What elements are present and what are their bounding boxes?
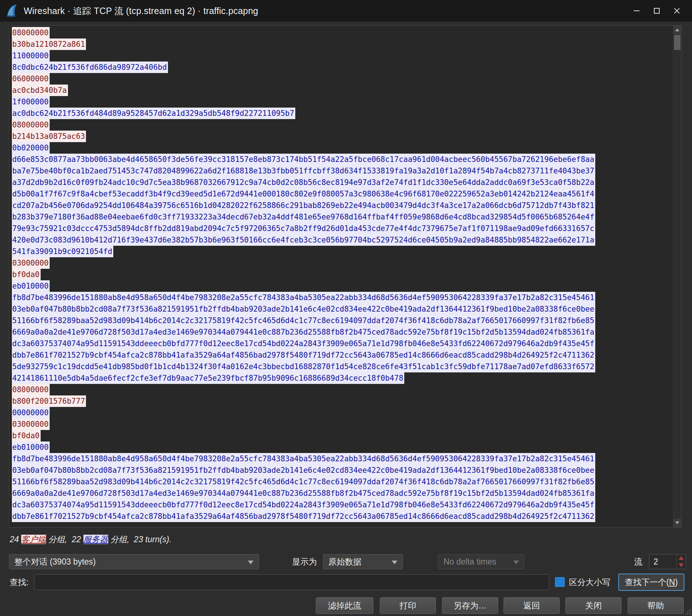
stream-line-server: d5b00a1f7f67c9f8a4cbef53ecaddf3b4f9cd39e… <box>12 188 672 200</box>
chevron-down-icon <box>248 561 254 564</box>
spinner-up-icon[interactable] <box>677 554 686 562</box>
stream-line-client: bf0da0 <box>12 430 672 441</box>
stream-line-server: dbb7e861f7021527b9cbf454afca2c878bb41afa… <box>12 349 672 361</box>
stream-label: 流 <box>634 554 642 569</box>
stream-line-server: b283b379e7180f36ad88e04eebae6fd0c3ff7193… <box>12 211 672 223</box>
stream-line-client: 06000000 <box>12 73 672 85</box>
delta-times-value: No delta times <box>443 557 496 566</box>
stream-line-server: 51166bf6f58289baa52d983d09b414b6c2014c2c… <box>12 315 672 326</box>
scrollbar-up-arrow-icon[interactable] <box>673 26 681 34</box>
stream-number-value: 2 <box>654 554 658 569</box>
stream-line-client: 08000000 <box>12 384 672 395</box>
status-segment-plain: 22 <box>72 535 83 544</box>
filter-out-stream-button[interactable]: 滤掉此流 <box>316 597 373 614</box>
stream-line-server: 420e0d73c083d9610b412d716f39e437d6e382b5… <box>12 234 672 246</box>
scrollbar-thumb[interactable] <box>674 35 680 50</box>
help-button[interactable]: 帮助 <box>628 597 684 614</box>
stream-line-server: eb010000 <box>12 280 672 292</box>
chevron-down-icon <box>513 561 519 564</box>
stream-line-server: 00000000 <box>12 407 672 418</box>
conversation-range-value: 整个对话 (3903 bytes) <box>14 557 96 566</box>
show-as-select[interactable]: 原始数据 <box>323 554 403 569</box>
stream-line-server: ac0dbc624b21f536fd484d89a9528457d62a1d32… <box>12 108 672 119</box>
stream-hex-rows: 08000000b30ba1210872a861110000008c0dbc62… <box>12 27 672 527</box>
spinner-arrows <box>676 554 686 569</box>
stream-line-server: eb010000 <box>12 441 672 453</box>
minimize-button[interactable] <box>627 0 647 22</box>
stream-content-panel[interactable]: 08000000b30ba1210872a861110000008c0dbc62… <box>9 25 682 527</box>
status-segment-plain: 分组, <box>108 535 134 544</box>
stream-line-client: b800f2001576b777 <box>12 395 672 407</box>
print-button[interactable]: 打印 <box>380 597 436 614</box>
stream-line-server: 541fa39091b9c0921054fd <box>12 246 672 257</box>
conversation-range-select[interactable]: 整个对话 (3903 bytes) <box>9 554 259 569</box>
stream-line-server: ba7e75be40bf0ca1b2aed751453c747d82048996… <box>12 165 672 177</box>
delta-times-select: No delta times <box>438 554 524 569</box>
stream-line-server: fb8d7be483996de151880ab8e4d958a650d4f4be… <box>12 292 672 303</box>
stream-line-client: 03000000 <box>12 257 672 269</box>
spinner-down-icon[interactable] <box>677 562 686 569</box>
stream-line-server: dc3a60375374074a95d11591543ddeeecb0bfd77… <box>12 499 672 511</box>
scrollbar[interactable] <box>673 26 681 527</box>
status-segment-plain: 分组, <box>46 535 72 544</box>
show-as-value: 原始数据 <box>328 557 361 566</box>
window-title: Wireshark · 追踪 TCP 流 (tcp.stream eq 2) ·… <box>24 5 258 17</box>
stream-line-client: bf0da0 <box>12 269 672 280</box>
case-sensitive-checkbox[interactable] <box>555 577 565 587</box>
stream-line-server: dbb7e861f7021527b9cbf454afca2c878bb41afa… <box>12 511 672 522</box>
status-segment-client: 客户端 <box>21 535 46 544</box>
status-segment-server: 服务器 <box>83 535 108 544</box>
stream-line-server: fb8d7be483996de151880ab8e4d958a650d4f4be… <box>12 453 672 465</box>
stream-line-server: 5de932759c1c19dcdd5e41db985bd0f1b1cd4b13… <box>12 361 672 372</box>
stream-line-server: 11000000 <box>12 50 672 62</box>
stream-line-server: 42141861110e5db4a5dae6fecf2cfe3ef7db9aac… <box>12 372 672 384</box>
scrollbar-down-arrow-icon[interactable] <box>673 518 681 527</box>
maximize-button[interactable] <box>647 0 667 22</box>
find-input[interactable] <box>34 574 549 590</box>
stream-number-spinner[interactable]: 2 <box>649 554 686 569</box>
save-as-button[interactable]: 另存为… <box>442 597 498 614</box>
stream-line-server: d66e853c0877aa73bb0063abe4d4658650f3de56… <box>12 154 672 165</box>
stream-line-client: 08000000 <box>12 119 672 131</box>
stream-line-server: 0b020000 <box>12 142 672 154</box>
stream-line-client: 08000000 <box>12 27 672 38</box>
show-as-label: 显示为 <box>292 554 317 569</box>
case-sensitive-label: 区分大小写 <box>569 575 610 590</box>
stream-statistics-line: 24 客户端 分组, 22 服务器 分组, 23 turn(s). <box>10 534 172 545</box>
find-next-label: 查找下一个( <box>625 577 669 588</box>
stream-line-client: ac0cbd340b7a <box>12 85 672 96</box>
resize-grip[interactable] <box>685 609 691 615</box>
close-button[interactable]: 关闭 <box>565 597 622 614</box>
stream-line-server: dc3a60375374074a95d11591543ddeeecb0bfd77… <box>12 338 672 349</box>
status-segment-plain: 24 <box>10 535 21 544</box>
stream-line-server: 6669a0a0a2de41e9706d728f503d17a4ed3e1469… <box>12 326 672 338</box>
stream-line-server: a37d2db9b2d16c0f09fb24adc10c9d7c5ea38b96… <box>12 177 672 188</box>
find-next-button[interactable]: 查找下一个(N) <box>618 574 684 591</box>
stream-line-server: 6669a0a0a2de41e9706d728f503d17a4ed3e1469… <box>12 488 672 499</box>
stream-line-client: 03000000 <box>12 418 672 430</box>
stream-line-server: 79e93c75921c03dccc4753d5894dc8ffb2dd819a… <box>12 223 672 234</box>
stream-line-server: 03eb0af047b80b8bb2cd08a7f73f536a82159195… <box>12 465 672 476</box>
close-button-titlebar[interactable] <box>667 0 687 22</box>
title-bar: Wireshark · 追踪 TCP 流 (tcp.stream eq 2) ·… <box>0 0 692 22</box>
stream-line-server: cd207a2b456e0706da9254dd106484a39756c651… <box>12 200 672 211</box>
chevron-down-icon <box>392 561 397 564</box>
stream-line-server: 03eb0af047b80b8bb2cd08a7f73f536a82159195… <box>12 303 672 315</box>
stream-line-server: 1f000000 <box>12 96 672 108</box>
status-segment-plain: 23 turn(s). <box>134 535 172 544</box>
stream-line-client: b214b13a0875ac63 <box>12 131 672 142</box>
stream-line-server: 51166bf6f58289baa52d983d09b414b6c2014c2c… <box>12 476 672 488</box>
find-label: 查找: <box>10 575 28 590</box>
wireshark-icon <box>6 4 18 18</box>
back-button[interactable]: 返回 <box>504 597 560 614</box>
stream-line-client: b30ba1210872a861 <box>12 38 672 50</box>
stream-line-server: 8c0dbc624b21f536fd686da98972a406bd <box>12 62 672 73</box>
